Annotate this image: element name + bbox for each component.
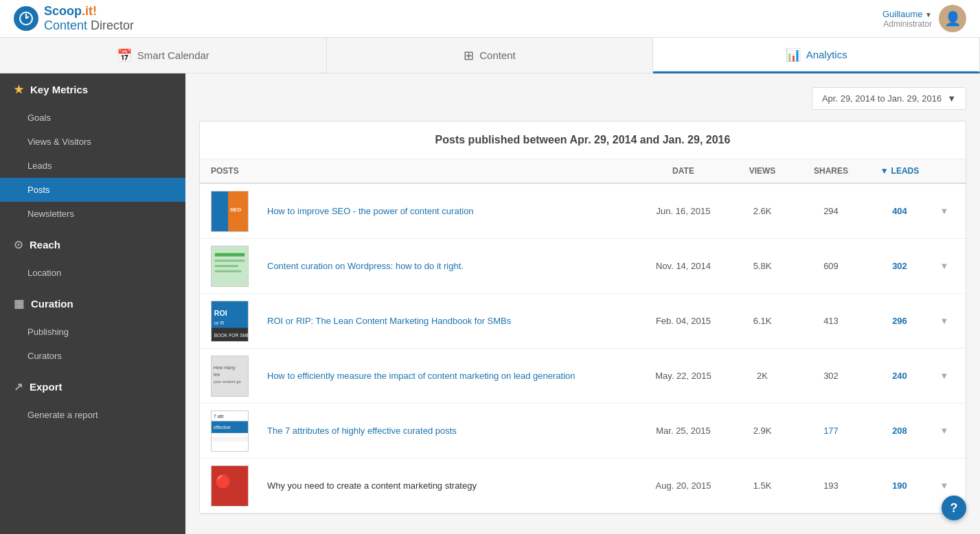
header-posts: POSTS (211, 166, 639, 176)
user-role: Administrator (882, 19, 932, 29)
svg-text:🔴: 🔴 (215, 474, 232, 489)
post-views: 2.6K (728, 206, 797, 216)
post-shares: 294 (797, 206, 865, 216)
post-thumbnail (211, 246, 249, 287)
calendar-icon: 📅 (117, 48, 132, 63)
sidebar-item-leads[interactable]: Leads (0, 154, 185, 178)
user-name[interactable]: Guillaume ▼ (882, 9, 932, 19)
post-leads: 240 (865, 371, 934, 381)
table-title: Posts published between Apr. 29, 2014 an… (200, 121, 966, 159)
analytics-icon: 📊 (786, 47, 801, 62)
post-title-link[interactable]: Why you need to create a content marketi… (259, 480, 639, 491)
row-expand-button[interactable]: ▼ (934, 261, 955, 271)
svg-text:SEO: SEO (230, 207, 241, 213)
post-title-link[interactable]: ROI or RIP: The Lean Content Marketing H… (259, 316, 639, 326)
tab-analytics-label: Analytics (806, 49, 847, 60)
reach-icon: ⊙ (14, 238, 23, 251)
star-icon: ★ (14, 83, 23, 96)
post-date: Mar. 25, 2015 (639, 426, 728, 436)
post-title-link[interactable]: How to efficiently measure the impact of… (259, 371, 639, 381)
sidebar-section-curation: ▦ Curation Publishing Curators (0, 288, 185, 368)
row-expand-button[interactable]: ▼ (934, 206, 955, 216)
tab-content[interactable]: ⊞ Content (327, 38, 654, 73)
post-date: May. 22, 2015 (639, 371, 728, 381)
user-area: Guillaume ▼ Administrator 👤 (882, 5, 966, 32)
tab-content-label: Content (479, 49, 516, 61)
header-views: VIEWS (728, 166, 797, 176)
sidebar-section-reach: ⊙ Reach Location (0, 229, 185, 285)
post-views: 2.9K (728, 426, 797, 436)
svg-text:or R: or R (214, 319, 225, 325)
sort-down-icon: ▼ (880, 166, 889, 176)
tab-smart-calendar[interactable]: 📅 Smart Calendar (0, 38, 327, 73)
table-row: ROI or R BOOK FOR SMBs ROI or RIP: The L… (200, 294, 966, 349)
post-views: 2K (728, 371, 797, 381)
row-expand-button[interactable]: ▼ (934, 371, 955, 381)
header-leads[interactable]: ▼ LEADS (865, 166, 934, 176)
table-row: Content curation on Wordpress: how to do… (200, 239, 966, 294)
post-leads: 302 (865, 261, 934, 271)
header-date: DATE (639, 166, 728, 176)
sidebar-header-reach[interactable]: ⊙ Reach (0, 229, 185, 261)
post-thumbnail: 7 attr effective (211, 410, 249, 452)
tab-bar: 📅 Smart Calendar ⊞ Content 📊 Analytics (0, 38, 980, 73)
post-thumbnail: ROI or R BOOK FOR SMBs (211, 301, 249, 342)
post-thumbnail: SEO (211, 191, 249, 232)
sidebar-section-key-metrics: ★ Key Metrics Goals Views & Visitors Lea… (0, 73, 185, 226)
post-shares: 413 (797, 316, 865, 326)
svg-text:your content go: your content go (214, 379, 241, 383)
date-filter-button[interactable]: Apr. 29, 2014 to Jan. 29, 2016 ▼ (812, 87, 966, 110)
content-icon: ⊞ (464, 48, 474, 63)
export-icon: ↗ (14, 380, 23, 393)
sidebar-item-publishing[interactable]: Publishing (0, 320, 185, 344)
post-leads: 190 (865, 480, 934, 491)
svg-text:BOOK FOR SMBs: BOOK FOR SMBs (214, 333, 248, 338)
post-thumbnail: How many lea your content go (211, 356, 249, 397)
post-title-link[interactable]: Content curation on Wordpress: how to do… (259, 261, 639, 271)
post-shares: 609 (797, 261, 865, 271)
table-row: SEO How to improve SEO - the power of co… (200, 184, 966, 239)
post-date: Nov. 14, 2014 (639, 261, 728, 271)
post-views: 1.5K (728, 480, 797, 491)
post-leads: 208 (865, 426, 934, 436)
tab-smart-calendar-label: Smart Calendar (137, 49, 209, 61)
sidebar-item-views-visitors[interactable]: Views & Visitors (0, 130, 185, 154)
sidebar-header-key-metrics[interactable]: ★ Key Metrics (0, 73, 185, 106)
sidebar-item-newsletters[interactable]: Newsletters (0, 202, 185, 226)
row-expand-button[interactable]: ▼ (934, 426, 955, 436)
sidebar-header-curation[interactable]: ▦ Curation (0, 288, 185, 320)
top-header: Scoop.it! Content Director Guillaume ▼ A… (0, 0, 980, 38)
row-expand-button[interactable]: ▼ (934, 480, 955, 491)
sidebar-item-generate-report[interactable]: Generate a report (0, 403, 185, 427)
date-range-label: Apr. 29, 2014 to Jan. 29, 2016 (822, 93, 942, 104)
post-views: 5.8K (728, 261, 797, 271)
sidebar-section-export: ↗ Export Generate a report (0, 371, 185, 427)
app-title: Scoop.it! Content Director (44, 4, 134, 33)
sidebar-item-location[interactable]: Location (0, 261, 185, 285)
sidebar-item-goals[interactable]: Goals (0, 106, 185, 130)
table-row: 🔴 Why you need to create a content marke… (200, 458, 966, 513)
post-shares: 177 (797, 426, 865, 436)
sidebar-item-curators[interactable]: Curators (0, 344, 185, 368)
tab-analytics[interactable]: 📊 Analytics (653, 38, 980, 73)
svg-text:How many: How many (214, 365, 236, 371)
main-layout: ★ Key Metrics Goals Views & Visitors Lea… (0, 73, 980, 534)
svg-rect-9 (215, 265, 238, 267)
sidebar-section-reach-label: Reach (30, 239, 60, 251)
post-views: 6.1K (728, 316, 797, 326)
post-title-link[interactable]: How to improve SEO - the power of conten… (259, 206, 639, 216)
sidebar-header-export[interactable]: ↗ Export (0, 371, 185, 403)
help-button[interactable]: ? (942, 496, 966, 520)
svg-text:ROI: ROI (214, 309, 227, 317)
table-header: POSTS DATE VIEWS SHARES ▼ LEADS (200, 159, 966, 184)
row-expand-button[interactable]: ▼ (934, 316, 955, 326)
sidebar-section-key-metrics-label: Key Metrics (30, 84, 88, 95)
svg-rect-4 (212, 191, 228, 231)
post-title-link[interactable]: The 7 attributes of highly effective cur… (259, 426, 639, 436)
svg-rect-7 (215, 253, 244, 256)
table-row: How many lea your content go How to effi… (200, 349, 966, 404)
svg-rect-8 (215, 259, 244, 262)
post-shares: 302 (797, 371, 865, 381)
content-area: Apr. 29, 2014 to Jan. 29, 2016 ▼ Posts p… (185, 73, 980, 534)
sidebar-item-posts[interactable]: Posts (0, 178, 185, 202)
